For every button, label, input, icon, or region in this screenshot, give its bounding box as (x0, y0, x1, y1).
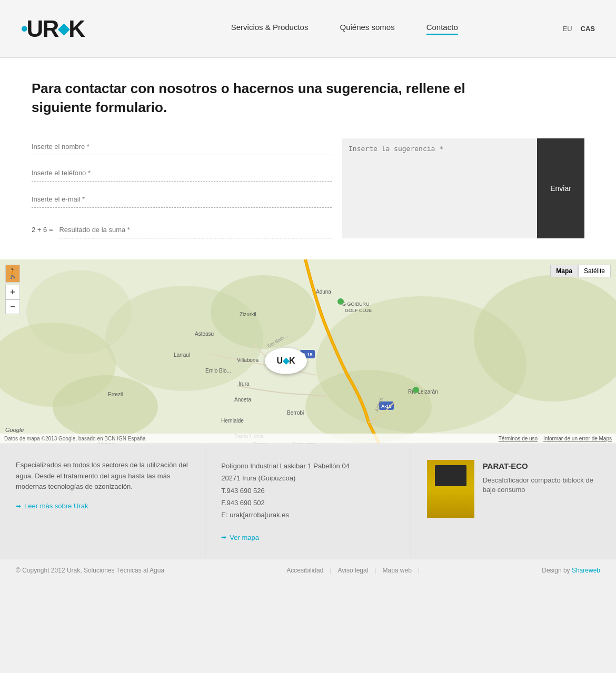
design-by: Design by Shareweb (542, 567, 600, 574)
logo-r: R (42, 16, 58, 42)
map-controls: 🚶 + − (5, 265, 20, 314)
svg-text:Río Leizarán: Río Leizarán (408, 389, 438, 395)
footer-sections: Especializados en todos los sectores de … (0, 444, 616, 559)
address-line2: 20271 Irura (Guipuzcoa) (221, 472, 394, 484)
svg-text:Aduna: Aduna (316, 289, 331, 295)
logo-drop-icon: • (21, 18, 27, 40)
svg-point-32 (413, 387, 419, 393)
address-line1: Polígono Industrial Laskibar 1 Pabellón … (221, 460, 394, 472)
phone: T.943 690 526 (221, 485, 394, 497)
map-terms-link[interactable]: Términos de uso (499, 436, 538, 441)
company-description: Especializados en todos los sectores de … (16, 460, 189, 493)
email: E: urak[arroba]urak.es (221, 509, 394, 521)
page-title: Para contactar con nosotros o hacernos u… (32, 79, 479, 117)
map-section: Zizurkil Asteasu Larraul Ernio Bio... Vi… (0, 259, 616, 444)
map-footer-links: Términos de uso Informar de un error de … (499, 436, 612, 441)
product-description: Descalcificador compacto biblock de bajo… (483, 476, 600, 495)
suggestion-textarea[interactable] (342, 138, 537, 216)
product-card: PARAT-ECO Descalcificador compacto biblo… (427, 460, 600, 518)
suggestion-wrapper (342, 138, 537, 238)
logo[interactable]: • U R ◆ K (21, 16, 126, 42)
main-content: Para contactar con nosotros o hacernos u… (0, 58, 616, 444)
svg-text:G GOIBURU: G GOIBURU (342, 302, 370, 307)
bottom-links: Accesibilidad | Aviso legal | Mapa web | (286, 567, 420, 574)
logo-k: K (68, 16, 84, 42)
svg-point-31 (337, 298, 344, 305)
svg-text:Villabona: Villabona (237, 357, 259, 363)
footer-col-contact: Polígono Industrial Laskibar 1 Pabellón … (205, 444, 411, 559)
read-more-link[interactable]: ➡ Leer más sobre Urak (16, 501, 189, 512)
contact-info: Polígono Industrial Laskibar 1 Pabellón … (221, 460, 394, 521)
svg-text:Irura: Irura (239, 381, 250, 387)
svg-point-8 (305, 370, 432, 444)
read-more-label: Leer más sobre Urak (24, 501, 88, 512)
logo-area: • U R ◆ K (21, 16, 126, 42)
footer-col-product: PARAT-ECO Descalcificador compacto biblo… (411, 444, 616, 559)
street-view-button[interactable]: 🚶 (5, 265, 20, 283)
svg-point-4 (211, 275, 316, 349)
map-type-controls: Mapa Satélite (550, 265, 611, 277)
logo-drop2-icon: ◆ (58, 20, 68, 37)
email-input[interactable] (32, 191, 332, 208)
ver-mapa-label: Ver mapa (230, 533, 259, 544)
copyright-text: © Copyright 2012 Urak, Soluciones Técnic… (16, 567, 164, 574)
accesibilidad-link[interactable]: Accesibilidad (286, 567, 323, 574)
map-marker: U◆K (265, 348, 307, 374)
svg-text:Hernialde: Hernialde (221, 418, 244, 424)
svg-text:Ernio Bio...: Ernio Bio... (205, 368, 231, 374)
header: • U R ◆ K Servicios & Productos Quiénes … (0, 0, 616, 58)
svg-text:Zizurkil: Zizurkil (240, 312, 256, 317)
main-nav: Servicios & Productos Quiénes somos Cont… (126, 23, 562, 35)
nav-servicios[interactable]: Servicios & Productos (231, 23, 309, 35)
shareweb-link[interactable]: Shareweb (572, 567, 600, 574)
name-input[interactable] (32, 138, 332, 155)
form-right-col: Enviar (342, 138, 584, 238)
separator1: | (330, 567, 331, 574)
zoom-in-button[interactable]: + (5, 285, 20, 299)
marker-logo: U◆K (277, 356, 295, 366)
separator3: | (418, 567, 420, 574)
map-error-link[interactable]: Informar de un error de Maps (543, 436, 612, 441)
fax: F.943 690 502 (221, 497, 394, 509)
arrow-icon: ➡ (16, 501, 21, 511)
svg-text:Larraul: Larraul (174, 352, 190, 358)
nav-contacto[interactable]: Contacto (426, 23, 458, 35)
nav-quienes[interactable]: Quiénes somos (340, 23, 394, 35)
aviso-legal-link[interactable]: Aviso legal (338, 567, 369, 574)
bottom-footer: © Copyright 2012 Urak, Soluciones Técnic… (0, 559, 616, 581)
submit-button[interactable]: Enviar (537, 138, 584, 238)
svg-text:Asteasu: Asteasu (195, 331, 214, 337)
svg-text:GOLF CLUB: GOLF CLUB (345, 308, 372, 313)
ver-mapa-link[interactable]: ➡ Ver mapa (221, 533, 394, 544)
captcha-label: 2 + 6 = (32, 226, 53, 234)
form-left-col: 2 + 6 = (32, 138, 342, 238)
svg-point-7 (26, 270, 132, 354)
footer-col-about: Especializados en todos los sectores de … (0, 444, 205, 559)
map-container: Zizurkil Asteasu Larraul Ernio Bio... Vi… (0, 259, 616, 444)
lang-eu[interactable]: EU (562, 25, 572, 33)
language-switcher: EU CAS (562, 25, 595, 33)
map-type-mapa[interactable]: Mapa (550, 265, 578, 277)
captcha-row: 2 + 6 = (32, 222, 332, 238)
arrow-icon-map: ➡ (221, 533, 226, 543)
product-screen (435, 465, 466, 486)
svg-text:Errezil: Errezil (108, 391, 123, 397)
map-footer: Datos de mapa ©2013 Google, basado en BC… (0, 434, 616, 444)
lang-cas[interactable]: CAS (581, 25, 595, 33)
svg-point-2 (53, 375, 158, 438)
zoom-out-button[interactable]: − (5, 299, 20, 314)
mapa-web-link[interactable]: Mapa web (382, 567, 411, 574)
product-info: PARAT-ECO Descalcificador compacto biblo… (483, 460, 600, 495)
design-label: Design by (542, 567, 570, 574)
product-name: PARAT-ECO (483, 460, 600, 473)
map-type-satelite[interactable]: Satélite (578, 265, 611, 277)
google-logo: Google (5, 427, 24, 433)
contact-form: 2 + 6 = Enviar (32, 138, 584, 238)
svg-text:Anoeta: Anoeta (234, 397, 251, 403)
logo-u: U (27, 16, 43, 42)
map-svg: Zizurkil Asteasu Larraul Ernio Bio... Vi… (0, 259, 616, 444)
captcha-input[interactable] (59, 222, 332, 238)
phone-input[interactable] (32, 165, 332, 182)
separator2: | (374, 567, 376, 574)
product-image (427, 460, 474, 518)
